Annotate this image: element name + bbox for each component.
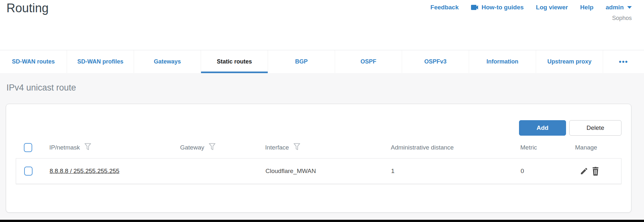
row-checkbox[interactable]	[24, 167, 33, 176]
funnel-icon[interactable]	[209, 143, 216, 152]
ellipsis-icon: •••	[619, 58, 628, 66]
tab-sdwan-profiles[interactable]: SD-WAN profiles	[67, 50, 134, 73]
howto-guides-label: How-to guides	[482, 4, 524, 11]
interface-cell: Cloudflare_MWAN	[265, 168, 391, 175]
header-select-cell	[16, 143, 49, 152]
tab-upstream-proxy[interactable]: Upstream proxy	[536, 50, 603, 73]
column-label: Metric	[520, 144, 537, 151]
howto-guides-link[interactable]: How-to guides	[471, 4, 524, 11]
column-header-metric: Metric	[520, 144, 575, 151]
tab-information[interactable]: Information	[469, 50, 536, 73]
page-title: Routing	[6, 1, 49, 15]
tab-ospf[interactable]: OSPF	[335, 50, 402, 73]
row-select-cell	[16, 167, 50, 176]
tab-ospfv3[interactable]: OSPFv3	[402, 50, 469, 73]
top-nav: Feedback How-to guides Log viewer Help a…	[430, 4, 632, 11]
add-button[interactable]: Add	[519, 120, 566, 136]
column-label: Gateway	[180, 144, 204, 151]
delete-button[interactable]: Delete	[569, 120, 621, 136]
top-header: Routing Feedback How-to guides Log viewe…	[0, 0, 644, 50]
manage-cell	[575, 167, 621, 176]
column-label: IP/netmask	[49, 144, 80, 151]
column-label: Manage	[575, 144, 597, 151]
tab-sdwan-routes[interactable]: SD-WAN routes	[0, 50, 67, 73]
video-camera-icon	[471, 5, 479, 10]
ip-netmask-cell: 8.8.8.8 / 255.255.255.255	[50, 168, 180, 175]
log-viewer-label: Log viewer	[536, 4, 568, 11]
bottom-screen-edge	[0, 220, 644, 222]
routes-card: Add Delete IP/netmask Gateway Interfac	[6, 104, 631, 213]
table-actions: Add Delete	[519, 120, 621, 136]
help-label: Help	[580, 4, 593, 11]
funnel-icon[interactable]	[293, 143, 300, 152]
chevron-down-icon	[627, 6, 632, 9]
feedback-label: Feedback	[430, 4, 459, 11]
column-header-manage: Manage	[575, 144, 621, 151]
section-title: IPv4 unicast route	[6, 83, 76, 93]
more-tabs-button[interactable]: •••	[603, 50, 644, 73]
tab-static-routes[interactable]: Static routes	[201, 50, 268, 73]
org-label: Sophos	[612, 15, 632, 22]
table-header: IP/netmask Gateway Interface Administrat…	[16, 142, 621, 153]
feedback-link[interactable]: Feedback	[430, 4, 459, 11]
routing-tabbar: SD-WAN routes SD-WAN profiles Gateways S…	[0, 50, 644, 73]
content-area: IPv4 unicast route Add Delete IP/netmask…	[0, 73, 644, 220]
admin-distance-cell: 1	[391, 168, 521, 175]
select-all-checkbox[interactable]	[24, 143, 32, 152]
help-link[interactable]: Help	[580, 4, 593, 11]
user-name-label: admin	[606, 4, 624, 11]
column-header-interface: Interface	[265, 143, 391, 152]
column-header-admin-distance: Administrative distance	[391, 144, 520, 151]
column-header-gateway: Gateway	[180, 143, 265, 152]
log-viewer-link[interactable]: Log viewer	[536, 4, 568, 11]
table-row: 8.8.8.8 / 255.255.255.255 Cloudflare_MWA…	[16, 158, 621, 184]
pencil-icon[interactable]	[580, 167, 588, 175]
trash-icon[interactable]	[591, 167, 600, 176]
funnel-icon[interactable]	[84, 143, 91, 152]
column-header-ip-netmask: IP/netmask	[49, 143, 180, 152]
column-label: Interface	[265, 144, 289, 151]
column-label: Administrative distance	[391, 144, 454, 151]
tab-gateways[interactable]: Gateways	[134, 50, 201, 73]
metric-cell: 0	[521, 168, 575, 175]
tab-bgp[interactable]: BGP	[268, 50, 335, 73]
user-menu[interactable]: admin	[606, 4, 632, 11]
ip-netmask-link[interactable]: 8.8.8.8 / 255.255.255.255	[50, 168, 120, 174]
